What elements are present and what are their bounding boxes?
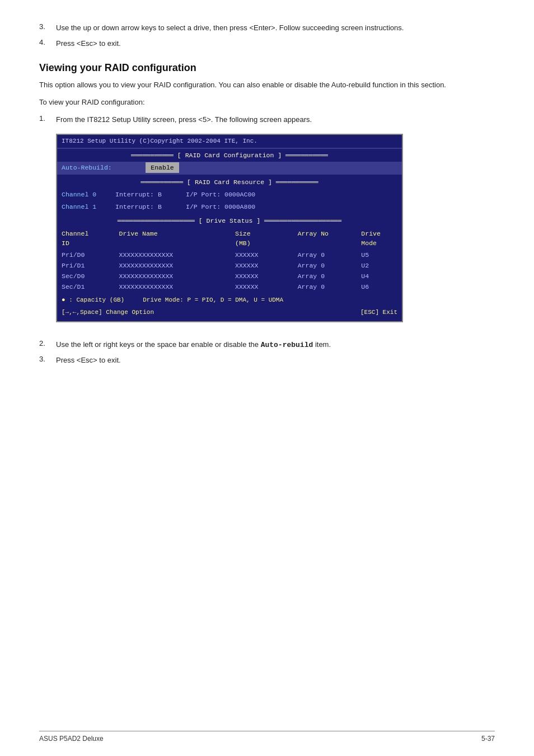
channel-0-port: I/P Port: 0000AC00	[186, 190, 255, 199]
drive-size: XXXXXX	[231, 271, 293, 281]
drive-mode: U6	[357, 281, 402, 292]
step-bottom-3-text: Press <Esc> to exit.	[56, 355, 121, 366]
drive-status-header: ════════════════════ [ Drive Status ] ══…	[57, 214, 402, 227]
footer-page: 5-37	[481, 735, 495, 743]
drive-size: XXXXXX	[231, 281, 293, 292]
drive-array: Array 0	[293, 281, 357, 292]
step-top-3-num: 3.	[39, 22, 56, 34]
col-size-header: Size(MB)	[231, 227, 293, 250]
step-top-3-text: Use the up or down arrow keys to select …	[56, 22, 404, 34]
section-intro: This option allows you to view your RAID…	[39, 79, 495, 91]
auto-rebuild-value: Enable	[146, 162, 179, 173]
step-bottom-3-num: 3.	[39, 355, 56, 366]
step-bottom-2-text: Use the left or right keys or the space …	[56, 339, 331, 351]
footer-left-2: [→,←,Space] Change Option	[62, 308, 154, 317]
raid-resource-header: ═══════════ [ RAID Card Resource ] ═════…	[57, 176, 402, 189]
channel-1-name: Channel 1	[62, 202, 106, 212]
step-top-3: 3. Use the up or down arrow keys to sele…	[39, 22, 495, 34]
footer-product: ASUS P5AD2 Deluxe	[39, 735, 104, 743]
drive-table-header-row: ChannelID Drive Name Size(MB) Array No D…	[57, 227, 402, 250]
step-bottom-3: 3. Press <Esc> to exit.	[39, 355, 495, 366]
drive-status-section: ════════════════════ [ Drive Status ] ══…	[57, 214, 402, 321]
drive-name: XXXXXXXXXXXXXX	[115, 260, 231, 271]
drive-channel-id: Pri/D1	[57, 260, 115, 271]
drive-array: Array 0	[293, 271, 357, 281]
drive-array: Array 0	[293, 250, 357, 260]
step-top-4-num: 4.	[39, 38, 56, 49]
drive-channel-id: Pri/D0	[57, 250, 115, 260]
footer-left: ● : Capacity (GB) Drive Mode: P = PIO, D…	[62, 295, 283, 305]
channel-1-row: Channel 1 Interrupt: B I/P Port: 0000A80…	[57, 201, 402, 213]
col-array-header: Array No	[293, 227, 357, 250]
step-top-4-text: Press <Esc> to exit.	[56, 38, 121, 49]
steps-bottom: 2. Use the left or right keys or the spa…	[39, 339, 495, 366]
col-mode-header: DriveMode	[357, 227, 402, 250]
auto-rebuild-row: Auto-Rebuild: Enable	[57, 162, 402, 173]
terminal-footer: ● : Capacity (GB) Drive Mode: P = PIO, D…	[57, 294, 402, 307]
step-bottom-2-num: 2.	[39, 339, 56, 351]
drive-table-row: Pri/D1 XXXXXXXXXXXXXX XXXXXX Array 0 U2	[57, 260, 402, 271]
drive-table: ChannelID Drive Name Size(MB) Array No D…	[57, 227, 402, 293]
drive-size: XXXXXX	[231, 260, 293, 271]
auto-rebuild-label: Auto-Rebuild:	[62, 163, 112, 172]
drive-mode: U2	[357, 260, 402, 271]
col-channel-header: ChannelID	[57, 227, 115, 250]
step-1-text: From the IT8212 Setup Utility screen, pr…	[56, 114, 403, 331]
footer-right-2: [ESC] Exit	[360, 308, 397, 317]
drive-mode: U4	[357, 271, 402, 281]
drive-table-row: Sec/D0 XXXXXXXXXXXXXX XXXXXX Array 0 U4	[57, 271, 402, 281]
step-label-intro: To view your RAID configuration:	[39, 97, 495, 109]
steps-top: 3. Use the up or down arrow keys to sele…	[39, 22, 495, 49]
drive-channel-id: Sec/D0	[57, 271, 115, 281]
channel-1-interrupt: Interrupt: B	[115, 202, 177, 212]
page-footer: ASUS P5AD2 Deluxe 5-37	[39, 731, 495, 743]
terminal-screen: IT8212 Setup Utility (C)Copyright 2002-2…	[56, 134, 403, 322]
drive-mode: U5	[357, 250, 402, 260]
step-1-num: 1.	[39, 114, 56, 331]
drive-name: XXXXXXXXXXXXXX	[115, 271, 231, 281]
drive-table-row: Pri/D0 XXXXXXXXXXXXXX XXXXXX Array 0 U5	[57, 250, 402, 260]
step-bottom-2: 2. Use the left or right keys or the spa…	[39, 339, 495, 351]
section-heading: Viewing your RAID configuration	[39, 62, 495, 74]
drive-size: XXXXXX	[231, 250, 293, 260]
drive-table-row: Sec/D1 XXXXXXXXXXXXXX XXXXXX Array 0 U6	[57, 281, 402, 292]
drive-channel-id: Sec/D1	[57, 281, 115, 292]
drive-array: Array 0	[293, 260, 357, 271]
step-1: 1. From the IT8212 Setup Utility screen,…	[39, 114, 495, 331]
channel-0-name: Channel 0	[62, 190, 106, 199]
step-top-4: 4. Press <Esc> to exit.	[39, 38, 495, 49]
channel-0-row: Channel 0 Interrupt: B I/P Port: 0000AC0…	[57, 189, 402, 200]
terminal-title: IT8212 Setup Utility (C)Copyright 2002-2…	[57, 135, 402, 148]
channel-1-port: I/P Port: 0000A800	[186, 202, 255, 212]
col-drive-header: Drive Name	[115, 227, 231, 250]
drive-table-body: Pri/D0 XXXXXXXXXXXXXX XXXXXX Array 0 U5 …	[57, 250, 402, 293]
terminal-footer-2: [→,←,Space] Change Option [ESC] Exit	[57, 307, 402, 319]
channel-0-interrupt: Interrupt: B	[115, 190, 177, 199]
drive-name: XXXXXXXXXXXXXX	[115, 250, 231, 260]
raid-config-header: ═══════════ [ RAID Card Configuration ] …	[57, 149, 402, 162]
drive-name: XXXXXXXXXXXXXX	[115, 281, 231, 292]
